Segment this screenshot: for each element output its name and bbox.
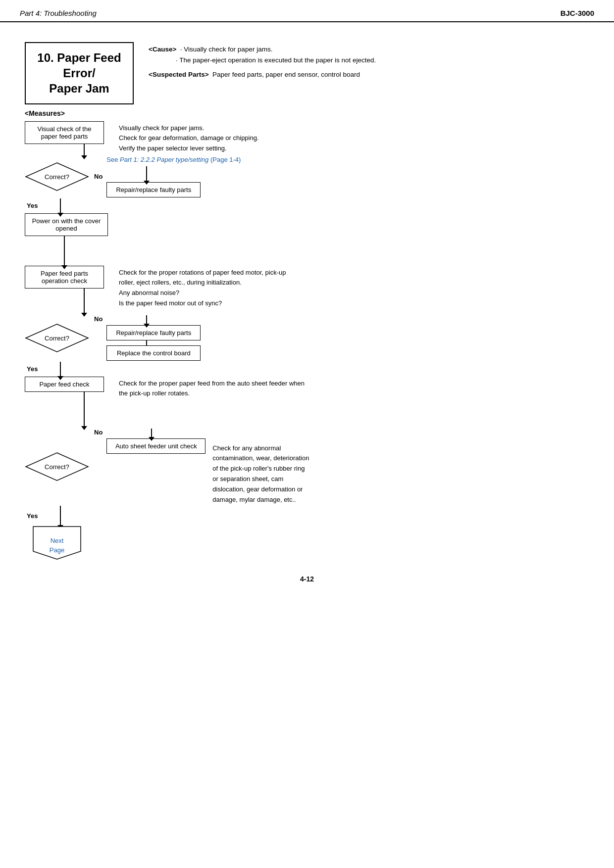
feed-note1: Check for the proper paper feed from the… xyxy=(119,379,305,389)
top-section: 10. Paper Feed Error/ Paper Jam <Cause> … xyxy=(25,42,589,104)
opcheck-notes: Check for the proper rotations of paper … xyxy=(119,268,286,309)
no3-branch: No Auto sheet feeder unit check Check fo… xyxy=(91,429,309,505)
repair1-label: Repair/replace faulty parts xyxy=(116,186,191,193)
arrow-head-no2 xyxy=(144,324,150,328)
no2-branch: No Repair/replace faulty parts Replace t… xyxy=(91,315,201,361)
yes2-arrow xyxy=(60,362,61,377)
flow-row-feedcheck: Paper feed check Check for the proper pa… xyxy=(25,377,589,427)
sep-line xyxy=(146,340,147,345)
visual-note3: Verify the paper selector lever setting. xyxy=(119,144,259,154)
cause-label-text: <Cause> xyxy=(149,46,176,53)
auto-note2: contamination, wear, deterioration xyxy=(212,453,309,464)
no1-branch: No See Part 1: 2.2.2 Paper type/setting … xyxy=(91,156,241,197)
visual-note2: Check for gear deformation, damage or ch… xyxy=(119,133,259,144)
opcheck-label: Paper feed partsoperation check xyxy=(41,270,88,285)
diamond1-label: Correct? xyxy=(45,173,69,180)
cause-section: <Cause> · Visually check for paper jams.… xyxy=(149,42,376,80)
feedcheck-notes: Check for the proper paper feed from the… xyxy=(119,379,305,399)
op-note4: Is the paper feed motor out of sync? xyxy=(119,298,286,309)
suspected-parts: <Suspected Parts> Paper feed parts, pape… xyxy=(149,69,376,80)
arrow-head-no3 xyxy=(149,437,154,441)
power-on-col: Power on with the coveropened xyxy=(25,213,104,236)
visual-check-col: Visual check of thepaper feed parts xyxy=(25,121,104,156)
title-line1: 10. Paper Feed xyxy=(37,51,121,64)
flow-row-diamond2: Correct? No Repair/replace faulty parts … xyxy=(25,315,589,361)
diamond3-container: Correct? xyxy=(25,452,89,482)
no2-boxes: Repair/replace faulty parts Replace the … xyxy=(106,315,201,361)
arrow-opcheck xyxy=(84,289,85,313)
cause-bullet2: · The paper-eject operation is executed … xyxy=(154,55,376,66)
visual-check-label: Visual check of thepaper feed parts xyxy=(38,125,92,140)
arrow-head-yes1 xyxy=(57,213,63,217)
feedcheck-label: Paper feed check xyxy=(39,381,89,388)
page-header: Part 4: Troubleshooting BJC-3000 xyxy=(0,0,614,22)
yes2-row: Yes xyxy=(25,362,589,377)
diamond3-label: Correct? xyxy=(45,463,69,470)
no1-repair-group xyxy=(106,166,241,181)
flow-row-opcheck: Paper feed partsoperation check Check fo… xyxy=(25,266,589,313)
yes3-arrow xyxy=(60,506,61,526)
no1-link-page: (Page 1-4) xyxy=(210,156,241,163)
no1-link-italic: Part 1: 2.2.2 Paper type/setting xyxy=(120,156,208,163)
yes3-label: Yes xyxy=(27,512,38,520)
arrow-head-long1 xyxy=(61,265,67,269)
measures-label: <Measures> xyxy=(25,109,589,117)
yes3-row: Yes xyxy=(25,506,589,526)
flow-row-1: Visual check of thepaper feed parts Visu… xyxy=(25,121,589,156)
auto-note3: of the pick-up roller's rubber ring xyxy=(212,464,309,474)
repair2-label: Repair/replace faulty parts xyxy=(116,329,191,337)
flow-row-diamond3: Correct? No Auto sheet feeder unit check xyxy=(25,429,589,505)
no1-content: See Part 1: 2.2.2 Paper type/setting (Pa… xyxy=(106,156,241,197)
long-arrow-1 xyxy=(64,236,65,266)
page-footer: 4-12 xyxy=(25,575,589,583)
yes1-row: Yes xyxy=(25,198,589,213)
title-box: 10. Paper Feed Error/ Paper Jam xyxy=(25,42,134,104)
auto-note5: dislocation, gear deformation or xyxy=(212,484,309,495)
auto-note6: damage, mylar damage, etc.. xyxy=(212,495,309,505)
cause-bullet1: Visually check for paper jams. xyxy=(184,46,272,53)
opcheck-col: Paper feed partsoperation check xyxy=(25,266,104,313)
no1-arrow-vert xyxy=(146,166,147,181)
visual-note1: Visually check for paper jams. xyxy=(119,123,259,134)
yes1-label: Yes xyxy=(27,202,38,209)
no3-content: Auto sheet feeder unit check Check for a… xyxy=(106,429,309,505)
auto-sheet-label: Auto sheet feeder unit check xyxy=(115,442,197,450)
no3-arrow-vert xyxy=(151,429,152,437)
page-number: 4-12 xyxy=(300,575,314,583)
no1-link[interactable]: See Part 1: 2.2.2 Paper type/setting (Pa… xyxy=(106,156,241,163)
op-note3: Any abnormal noise? xyxy=(119,288,286,298)
power-on-label: Power on with the coveropened xyxy=(32,217,101,232)
arrow-down-1 xyxy=(84,144,85,156)
diamond2-label: Correct? xyxy=(45,334,69,341)
power-on-box: Power on with the coveropened xyxy=(25,213,108,236)
op-note2: roller, eject rollers, etc., during init… xyxy=(119,278,286,288)
next-page-text: NextPage xyxy=(50,537,64,553)
feedcheck-col: Paper feed check xyxy=(25,377,104,427)
no1-label: No xyxy=(94,173,102,180)
page-content: 10. Paper Feed Error/ Paper Jam <Cause> … xyxy=(0,22,614,603)
next-page-label[interactable]: NextPage xyxy=(50,536,64,554)
feed-note2: the pick-up roller rotates. xyxy=(119,388,305,399)
cause-label: <Cause> · Visually check for paper jams. xyxy=(149,44,376,55)
flowchart: Visual check of thepaper feed parts Visu… xyxy=(25,121,589,561)
title-line3: Paper Jam xyxy=(49,82,109,95)
repair1-box: Repair/replace faulty parts xyxy=(106,182,201,197)
yes1-arrow xyxy=(60,198,61,213)
op-note1: Check for the proper rotations of paper … xyxy=(119,268,286,278)
arrow-head xyxy=(144,181,150,185)
no3-label: No xyxy=(94,429,102,436)
arrow-feedcheck xyxy=(84,392,85,427)
yes2-label: Yes xyxy=(27,365,38,373)
arrow-head-yes2 xyxy=(57,376,63,380)
diamond2-container: Correct? xyxy=(25,323,89,353)
no2-label: No xyxy=(94,315,102,323)
flow-row-2-diamond: Correct? No See Part 1: 2.2.2 Paper type… xyxy=(25,156,589,197)
auto-note4: or separation sheet, cam xyxy=(212,474,309,484)
auto-sheet-box: Auto sheet feeder unit check xyxy=(106,438,205,454)
header-left: Part 4: Troubleshooting xyxy=(20,9,97,17)
next-page-container[interactable]: NextPage xyxy=(32,526,82,560)
auto-note1: Check for any abnormal xyxy=(212,443,309,454)
feedcheck-box: Paper feed check xyxy=(25,377,104,392)
auto-sheet-notes: Check for any abnormal contamination, we… xyxy=(212,443,309,505)
no3-box-col: Auto sheet feeder unit check xyxy=(106,429,205,454)
